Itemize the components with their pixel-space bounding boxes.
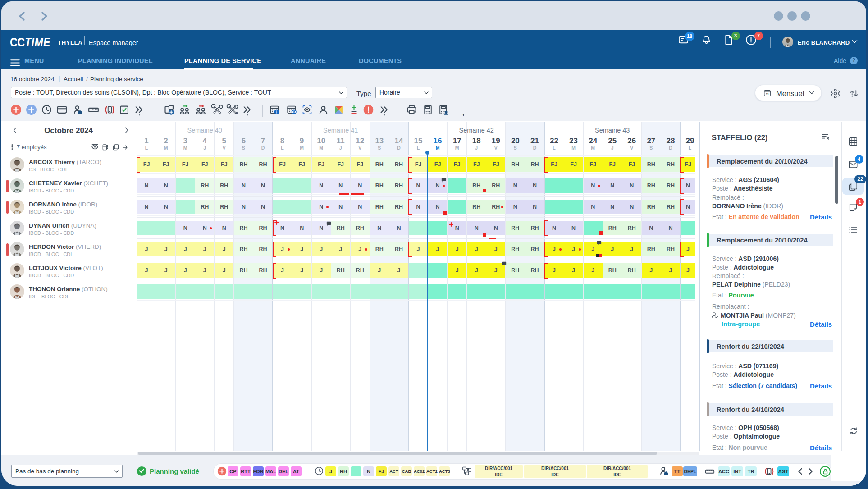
svg-text:R: R — [236, 111, 238, 115]
svg-text:31: 31 — [766, 93, 769, 96]
